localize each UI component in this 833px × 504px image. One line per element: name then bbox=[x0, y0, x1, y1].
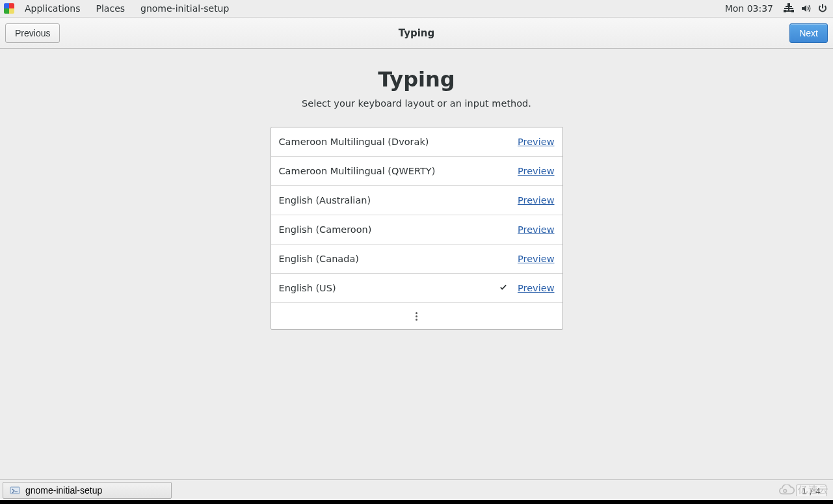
next-button[interactable]: Next bbox=[789, 23, 828, 43]
previous-button[interactable]: Previous bbox=[5, 23, 60, 43]
panel-left: Applications Places gnome-initial-setup bbox=[0, 1, 237, 16]
taskbar-right: 1 / 4 bbox=[796, 484, 830, 496]
layout-row[interactable]: English (US) Preview bbox=[271, 274, 562, 303]
preview-link[interactable]: Preview bbox=[518, 283, 554, 293]
svg-rect-2 bbox=[791, 10, 794, 12]
volume-icon[interactable] bbox=[800, 3, 811, 14]
clock[interactable]: Mon 03:37 bbox=[721, 1, 777, 16]
preview-link[interactable]: Preview bbox=[518, 137, 554, 147]
keyboard-layout-list: Cameroon Multilingual (Dvorak) Preview C… bbox=[271, 127, 563, 330]
distro-logo-icon bbox=[4, 3, 14, 14]
layout-name: English (Australian) bbox=[279, 195, 518, 206]
app-icon bbox=[10, 485, 20, 496]
preview-link[interactable]: Preview bbox=[518, 166, 554, 176]
svg-rect-1 bbox=[784, 10, 786, 12]
svg-rect-5 bbox=[10, 487, 20, 494]
taskbar: gnome-initial-setup 1 / 4 bbox=[0, 479, 833, 500]
power-icon[interactable] bbox=[817, 3, 828, 14]
bottom-strip bbox=[0, 500, 833, 504]
layout-name: English (US) bbox=[279, 283, 499, 293]
preview-link[interactable]: Preview bbox=[518, 195, 554, 206]
page-subtitle: Select your keyboard layout or an input … bbox=[0, 98, 833, 109]
layout-name: Cameroon Multilingual (Dvorak) bbox=[279, 137, 518, 147]
layout-name: English (Cameroon) bbox=[279, 224, 518, 235]
page-counter: 1 / 4 bbox=[796, 484, 826, 496]
layout-row[interactable]: Cameroon Multilingual (Dvorak) Preview bbox=[271, 127, 562, 157]
active-app-menu[interactable]: gnome-initial-setup bbox=[133, 1, 237, 16]
preview-link[interactable]: Preview bbox=[518, 224, 554, 235]
layout-name: Cameroon Multilingual (QWERTY) bbox=[279, 166, 518, 176]
top-panel: Applications Places gnome-initial-setup … bbox=[0, 0, 833, 18]
headerbar-title: Typing bbox=[0, 27, 833, 39]
check-icon bbox=[498, 283, 509, 293]
layout-row[interactable]: Cameroon Multilingual (QWERTY) Preview bbox=[271, 157, 562, 186]
layout-row[interactable]: English (Australian) Preview bbox=[271, 186, 562, 215]
page-title: Typing bbox=[0, 67, 833, 92]
page-content: Typing Select your keyboard layout or an… bbox=[0, 49, 833, 330]
svg-rect-4 bbox=[784, 8, 793, 9]
panel-right: Mon 03:37 bbox=[721, 1, 833, 16]
task-label: gnome-initial-setup bbox=[25, 485, 102, 496]
show-more-button[interactable] bbox=[271, 303, 562, 329]
more-icon bbox=[416, 312, 417, 321]
task-button[interactable]: gnome-initial-setup bbox=[3, 482, 172, 499]
layout-name: English (Canada) bbox=[279, 254, 518, 264]
layout-row[interactable]: English (Cameroon) Preview bbox=[271, 215, 562, 245]
places-menu[interactable]: Places bbox=[88, 1, 133, 16]
network-icon[interactable] bbox=[784, 3, 794, 14]
preview-link[interactable]: Preview bbox=[518, 254, 554, 264]
applications-menu[interactable]: Applications bbox=[17, 1, 88, 16]
layout-row[interactable]: English (Canada) Preview bbox=[271, 245, 562, 274]
header-bar: Previous Typing Next bbox=[0, 18, 833, 49]
